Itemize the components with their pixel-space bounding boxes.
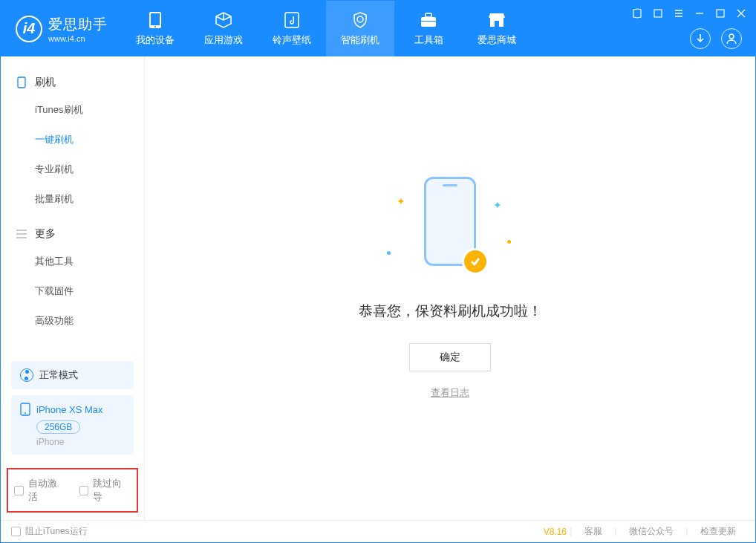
logo-icon: i4 bbox=[16, 16, 42, 42]
device-capacity: 256GB bbox=[36, 420, 80, 434]
version-label: V8.16 bbox=[544, 527, 567, 537]
app-url: www.i4.cn bbox=[48, 34, 108, 43]
feedback-icon[interactable] bbox=[630, 7, 644, 20]
svg-point-15 bbox=[25, 412, 26, 414]
sidebar-item-itunes-flash[interactable]: iTunes刷机 bbox=[1, 95, 144, 125]
sidebar: 刷机 iTunes刷机 一键刷机 专业刷机 批量刷机 更多 其他工具 下载固件 … bbox=[1, 56, 145, 520]
dot-icon bbox=[507, 240, 511, 244]
shield-icon bbox=[351, 10, 370, 30]
dot-icon bbox=[387, 251, 391, 255]
tab-my-device[interactable]: 我的设备 bbox=[121, 1, 189, 56]
svg-rect-7 bbox=[421, 21, 436, 22]
checkbox-block-itunes[interactable]: 阻止iTunes运行 bbox=[11, 525, 88, 538]
success-message: 恭喜您，保资料刷机成功啦！ bbox=[359, 302, 542, 321]
checkbox-label: 自动激活 bbox=[28, 477, 66, 504]
cube-icon bbox=[214, 10, 233, 30]
svg-rect-13 bbox=[18, 77, 25, 88]
close-icon[interactable] bbox=[734, 7, 748, 20]
svg-rect-11 bbox=[717, 10, 724, 17]
svg-rect-10 bbox=[654, 10, 662, 17]
svg-point-2 bbox=[154, 26, 156, 27]
svg-rect-5 bbox=[421, 17, 436, 27]
device-small-icon bbox=[16, 77, 27, 88]
menu-icon[interactable] bbox=[672, 7, 685, 20]
checkmark-badge-icon bbox=[462, 248, 489, 275]
device-box[interactable]: iPhone XS Max 256GB iPhone bbox=[11, 395, 134, 455]
download-icon[interactable] bbox=[690, 28, 711, 49]
sparkle-icon: ✦ bbox=[397, 195, 405, 207]
device-type: iPhone bbox=[36, 437, 125, 447]
logo: i4 爱思助手 www.i4.cn bbox=[1, 15, 121, 43]
section-title: 刷机 bbox=[35, 76, 56, 89]
tab-label: 爱思商城 bbox=[478, 33, 516, 47]
sidebar-item-one-click-flash[interactable]: 一键刷机 bbox=[1, 125, 144, 155]
sidebar-section-more[interactable]: 更多 bbox=[1, 221, 144, 247]
mode-label: 正常模式 bbox=[39, 368, 78, 382]
view-log-link[interactable]: 查看日志 bbox=[431, 386, 469, 400]
sidebar-item-download-firmware[interactable]: 下载固件 bbox=[1, 276, 144, 306]
footer-link-wechat[interactable]: 微信公众号 bbox=[620, 525, 682, 538]
header-actions bbox=[690, 28, 742, 49]
store-icon bbox=[487, 10, 506, 30]
user-icon[interactable] bbox=[721, 28, 742, 49]
svg-point-12 bbox=[729, 34, 734, 39]
app-header: i4 爱思助手 www.i4.cn 我的设备 应用游戏 铃声壁纸 智能刷机 工具… bbox=[1, 1, 755, 56]
sidebar-item-pro-flash[interactable]: 专业刷机 bbox=[1, 155, 144, 184]
tab-flash[interactable]: 智能刷机 bbox=[326, 1, 394, 56]
checkbox-icon bbox=[14, 486, 24, 495]
list-icon bbox=[16, 228, 27, 240]
toolbox-icon bbox=[419, 10, 438, 30]
nav-tabs: 我的设备 应用游戏 铃声壁纸 智能刷机 工具箱 爱思商城 bbox=[121, 1, 531, 56]
svg-rect-3 bbox=[285, 13, 299, 27]
checkbox-auto-activate[interactable]: 自动激活 bbox=[14, 477, 66, 504]
section-title: 更多 bbox=[35, 227, 56, 241]
device-icon bbox=[20, 403, 30, 416]
app-name: 爱思助手 bbox=[48, 15, 108, 34]
tab-ringtones[interactable]: 铃声壁纸 bbox=[258, 1, 326, 56]
checkbox-skip-wizard[interactable]: 跳过向导 bbox=[79, 477, 131, 504]
footer-link-support[interactable]: 客服 bbox=[576, 525, 611, 538]
skin-icon[interactable] bbox=[651, 7, 665, 20]
checkbox-icon bbox=[79, 486, 89, 495]
main-content: ✦ ✦ 恭喜您，保资料刷机成功啦！ 确定 查看日志 bbox=[145, 56, 755, 520]
sparkle-icon: ✦ bbox=[493, 199, 502, 211]
tab-label: 铃声壁纸 bbox=[273, 33, 311, 47]
svg-rect-6 bbox=[426, 13, 431, 17]
app-body: 刷机 iTunes刷机 一键刷机 专业刷机 批量刷机 更多 其他工具 下载固件 … bbox=[1, 56, 755, 520]
phone-icon bbox=[146, 10, 165, 30]
footer: 阻止iTunes运行 V8.16 ｜ 客服 ｜ 微信公众号 ｜ 检查更新 bbox=[1, 520, 755, 542]
tab-toolbox[interactable]: 工具箱 bbox=[394, 1, 463, 56]
tab-store[interactable]: 爱思商城 bbox=[463, 1, 531, 56]
tab-label: 智能刷机 bbox=[341, 33, 379, 47]
svg-rect-1 bbox=[151, 13, 160, 25]
ok-button[interactable]: 确定 bbox=[409, 343, 491, 371]
mode-box[interactable]: 正常模式 bbox=[11, 361, 134, 389]
tab-label: 我的设备 bbox=[136, 33, 175, 47]
footer-link-update[interactable]: 检查更新 bbox=[691, 525, 745, 538]
device-name: iPhone XS Max bbox=[36, 404, 103, 415]
window-controls bbox=[630, 7, 748, 20]
svg-rect-9 bbox=[495, 21, 499, 27]
success-illustration: ✦ ✦ bbox=[383, 177, 517, 281]
checkbox-icon bbox=[11, 527, 21, 536]
sidebar-item-batch-flash[interactable]: 批量刷机 bbox=[1, 184, 144, 214]
sidebar-item-advanced[interactable]: 高级功能 bbox=[1, 306, 144, 336]
tab-apps[interactable]: 应用游戏 bbox=[189, 1, 258, 56]
highlighted-options: 自动激活 跳过向导 bbox=[7, 468, 138, 513]
music-icon bbox=[282, 10, 302, 30]
svg-point-4 bbox=[357, 16, 363, 22]
sidebar-item-other-tools[interactable]: 其他工具 bbox=[1, 247, 144, 276]
mode-icon bbox=[20, 368, 33, 382]
maximize-icon[interactable] bbox=[714, 7, 727, 20]
tab-label: 工具箱 bbox=[414, 33, 443, 47]
checkbox-label: 跳过向导 bbox=[93, 477, 131, 504]
checkbox-label: 阻止iTunes运行 bbox=[25, 525, 88, 538]
tab-label: 应用游戏 bbox=[204, 33, 243, 47]
sidebar-section-flash[interactable]: 刷机 bbox=[1, 70, 144, 95]
minimize-icon[interactable] bbox=[693, 7, 706, 20]
